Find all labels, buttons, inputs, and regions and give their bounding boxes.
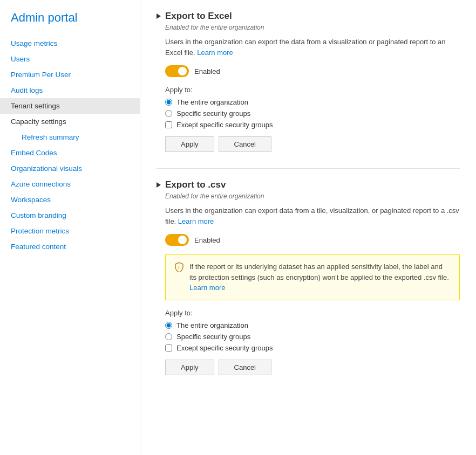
export-csv-apply-to: Apply to: The entire organization Specif…: [165, 309, 460, 352]
export-excel-checkbox-row: Except specific security groups: [165, 121, 460, 129]
export-excel-radio-specific-groups-label[interactable]: Specific security groups: [176, 109, 250, 118]
export-csv-except-label[interactable]: Except specific security groups: [176, 344, 273, 352]
export-excel-radio-specific-groups-row: Specific security groups: [165, 109, 460, 118]
export-excel-toggle-label: Enabled: [194, 67, 220, 75]
export-csv-toggle-slider: [165, 234, 189, 246]
export-csv-toggle-row: Enabled: [165, 234, 460, 246]
sidebar-item-featured-content[interactable]: Featured content: [0, 239, 140, 254]
sidebar-item-premium-per-user[interactable]: Premium Per User: [0, 67, 140, 82]
export-excel-section: Export to Excel Enabled for the entire o…: [157, 11, 460, 152]
export-excel-btn-row: Apply Cancel: [165, 136, 460, 152]
export-excel-header: Export to Excel: [157, 11, 460, 22]
sidebar-item-tenant-settings[interactable]: Tenant settings: [0, 98, 140, 114]
export-excel-toggle[interactable]: [165, 65, 189, 77]
warning-shield-icon: !: [174, 262, 184, 275]
sidebar-item-embed-codes[interactable]: Embed Codes: [0, 145, 140, 161]
sidebar-item-custom-branding[interactable]: Custom branding: [0, 208, 140, 223]
export-csv-radio-specific-groups[interactable]: [165, 333, 172, 340]
export-csv-radio-specific-groups-row: Specific security groups: [165, 333, 460, 341]
export-csv-warning-box: ! If the report or its underlying datase…: [165, 254, 460, 300]
export-excel-apply-to-label: Apply to:: [165, 86, 460, 94]
export-csv-toggle[interactable]: [165, 234, 189, 246]
sidebar-item-azure-connections[interactable]: Azure connections: [0, 176, 140, 192]
export-excel-radio-entire-org[interactable]: [165, 99, 172, 106]
export-excel-title: Export to Excel: [165, 11, 232, 22]
export-csv-section: Export to .csv Enabled for the entire or…: [157, 180, 460, 375]
export-excel-radio-entire-org-row: The entire organization: [165, 98, 460, 106]
export-csv-apply-to-label: Apply to:: [165, 309, 460, 317]
sidebar-item-protection-metrics[interactable]: Protection metrics: [0, 223, 140, 239]
export-csv-except-checkbox[interactable]: [165, 344, 172, 351]
export-csv-btn-row: Apply Cancel: [165, 360, 460, 375]
chevron-icon-csv[interactable]: [157, 182, 161, 188]
sidebar-item-users[interactable]: Users: [0, 51, 140, 67]
export-excel-radio-entire-org-label[interactable]: The entire organization: [176, 98, 248, 106]
export-excel-cancel-button[interactable]: Cancel: [219, 136, 271, 152]
export-csv-subtitle: Enabled for the entire organization: [165, 192, 460, 200]
export-csv-toggle-label: Enabled: [194, 236, 220, 244]
sidebar-item-capacity-settings: Capacity settings: [0, 114, 140, 129]
export-excel-subtitle: Enabled for the entire organization: [165, 24, 460, 31]
export-csv-warning-text: If the report or its underlying dataset …: [189, 261, 451, 293]
export-csv-apply-button[interactable]: Apply: [165, 360, 214, 375]
export-csv-radio-entire-org-row: The entire organization: [165, 321, 460, 329]
sidebar: Admin portal Usage metrics Users Premium…: [0, 0, 140, 455]
export-csv-header: Export to .csv: [157, 180, 460, 190]
export-excel-description: Users in the organization can export the…: [165, 37, 460, 58]
export-excel-apply-button[interactable]: Apply: [165, 136, 214, 152]
export-csv-radio-specific-groups-label[interactable]: Specific security groups: [176, 333, 250, 341]
export-csv-radio-entire-org-label[interactable]: The entire organization: [176, 321, 248, 329]
chevron-icon[interactable]: [157, 13, 161, 19]
sidebar-item-refresh-summary[interactable]: Refresh summary: [0, 129, 140, 145]
export-excel-except-checkbox[interactable]: [165, 121, 172, 128]
export-excel-toggle-row: Enabled: [165, 65, 460, 77]
export-csv-warning-learn-more[interactable]: Learn more: [189, 284, 225, 292]
main-content: Export to Excel Enabled for the entire o…: [140, 0, 476, 455]
export-csv-description: Users in the organization can export dat…: [165, 205, 460, 226]
export-excel-except-label[interactable]: Except specific security groups: [176, 121, 273, 129]
export-csv-learn-more-link[interactable]: Learn more: [178, 217, 214, 225]
export-excel-apply-to: Apply to: The entire organization Specif…: [165, 86, 460, 129]
export-csv-cancel-button[interactable]: Cancel: [219, 360, 271, 375]
export-excel-toggle-slider: [165, 65, 189, 77]
export-csv-title: Export to .csv: [165, 180, 226, 190]
app-title: Admin portal: [0, 11, 140, 36]
sidebar-item-organizational-visuals[interactable]: Organizational visuals: [0, 161, 140, 176]
export-csv-checkbox-row: Except specific security groups: [165, 344, 460, 352]
export-excel-radio-specific-groups[interactable]: [165, 110, 172, 117]
sidebar-item-audit-logs[interactable]: Audit logs: [0, 82, 140, 98]
section-divider: [157, 168, 460, 169]
svg-text:!: !: [178, 265, 180, 270]
export-csv-radio-entire-org[interactable]: [165, 322, 172, 329]
sidebar-item-usage-metrics[interactable]: Usage metrics: [0, 36, 140, 51]
export-excel-learn-more-link[interactable]: Learn more: [197, 49, 233, 57]
sidebar-item-workspaces[interactable]: Workspaces: [0, 192, 140, 208]
